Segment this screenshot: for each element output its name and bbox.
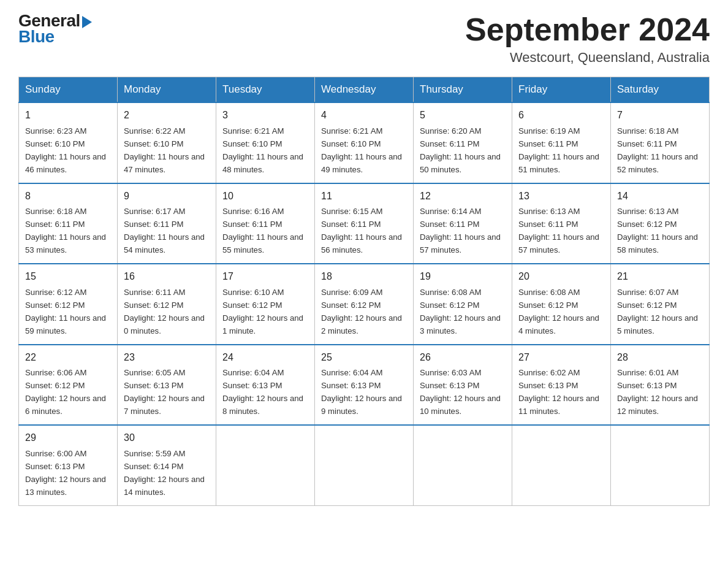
day-number: 26 bbox=[420, 350, 506, 366]
day-info: Sunrise: 6:17 AMSunset: 6:11 PMDaylight:… bbox=[124, 207, 205, 255]
day-info: Sunrise: 6:01 AMSunset: 6:13 PMDaylight:… bbox=[617, 368, 698, 416]
day-info: Sunrise: 6:15 AMSunset: 6:11 PMDaylight:… bbox=[321, 207, 402, 255]
day-number: 6 bbox=[518, 108, 604, 123]
day-number: 30 bbox=[124, 431, 210, 446]
calendar-cell: 7Sunrise: 6:18 AMSunset: 6:11 PMDaylight… bbox=[611, 102, 710, 183]
calendar-cell: 11Sunrise: 6:15 AMSunset: 6:11 PMDayligh… bbox=[315, 183, 414, 264]
calendar-cell: 20Sunrise: 6:08 AMSunset: 6:12 PMDayligh… bbox=[512, 264, 611, 344]
calendar-cell: 3Sunrise: 6:21 AMSunset: 6:10 PMDaylight… bbox=[216, 102, 315, 183]
day-number: 18 bbox=[321, 269, 407, 285]
day-number: 2 bbox=[124, 108, 210, 123]
day-number: 21 bbox=[617, 269, 703, 285]
calendar-week-row: 29Sunrise: 6:00 AMSunset: 6:13 PMDayligh… bbox=[19, 425, 710, 505]
calendar-header-sunday: Sunday bbox=[19, 77, 118, 103]
day-number: 16 bbox=[124, 269, 210, 285]
calendar-cell: 17Sunrise: 6:10 AMSunset: 6:12 PMDayligh… bbox=[216, 264, 315, 344]
calendar-header-wednesday: Wednesday bbox=[315, 77, 414, 103]
day-info: Sunrise: 6:19 AMSunset: 6:11 PMDaylight:… bbox=[518, 126, 599, 174]
calendar-cell: 24Sunrise: 6:04 AMSunset: 6:13 PMDayligh… bbox=[216, 345, 315, 425]
calendar-week-row: 15Sunrise: 6:12 AMSunset: 6:12 PMDayligh… bbox=[19, 264, 710, 344]
calendar-week-row: 22Sunrise: 6:06 AMSunset: 6:12 PMDayligh… bbox=[19, 345, 710, 425]
day-number: 10 bbox=[222, 189, 308, 204]
main-title: September 2024 bbox=[465, 12, 710, 47]
calendar-cell bbox=[512, 425, 611, 505]
day-number: 28 bbox=[617, 350, 703, 366]
title-area: September 2024 Westcourt, Queensland, Au… bbox=[465, 12, 710, 66]
subtitle: Westcourt, Queensland, Australia bbox=[465, 50, 710, 66]
day-number: 25 bbox=[321, 350, 407, 366]
day-number: 7 bbox=[617, 108, 703, 123]
day-number: 29 bbox=[25, 431, 111, 446]
day-number: 13 bbox=[518, 189, 604, 204]
day-number: 14 bbox=[617, 189, 703, 204]
day-info: Sunrise: 6:00 AMSunset: 6:13 PMDaylight:… bbox=[25, 449, 106, 497]
calendar-cell bbox=[216, 425, 315, 505]
calendar-cell: 9Sunrise: 6:17 AMSunset: 6:11 PMDaylight… bbox=[118, 183, 216, 264]
logo: General Blue bbox=[18, 12, 92, 47]
calendar-cell: 21Sunrise: 6:07 AMSunset: 6:12 PMDayligh… bbox=[611, 264, 710, 344]
day-info: Sunrise: 6:18 AMSunset: 6:11 PMDaylight:… bbox=[617, 126, 698, 174]
day-number: 5 bbox=[420, 108, 506, 123]
calendar-cell: 22Sunrise: 6:06 AMSunset: 6:12 PMDayligh… bbox=[19, 345, 118, 425]
calendar-cell: 13Sunrise: 6:13 AMSunset: 6:11 PMDayligh… bbox=[512, 183, 611, 264]
day-info: Sunrise: 6:08 AMSunset: 6:12 PMDaylight:… bbox=[518, 288, 599, 335]
day-number: 15 bbox=[25, 269, 111, 285]
calendar-header-tuesday: Tuesday bbox=[216, 77, 315, 103]
logo-arrow-icon bbox=[82, 16, 92, 28]
day-info: Sunrise: 6:06 AMSunset: 6:12 PMDaylight:… bbox=[25, 368, 106, 416]
calendar-cell: 30Sunrise: 5:59 AMSunset: 6:14 PMDayligh… bbox=[118, 425, 216, 505]
calendar-header-row: SundayMondayTuesdayWednesdayThursdayFrid… bbox=[19, 77, 710, 103]
day-number: 22 bbox=[25, 350, 111, 366]
day-number: 11 bbox=[321, 189, 407, 204]
calendar-cell: 5Sunrise: 6:20 AMSunset: 6:11 PMDaylight… bbox=[414, 102, 512, 183]
day-number: 19 bbox=[420, 269, 506, 285]
calendar-cell: 8Sunrise: 6:18 AMSunset: 6:11 PMDaylight… bbox=[19, 183, 118, 264]
day-info: Sunrise: 6:16 AMSunset: 6:11 PMDaylight:… bbox=[222, 207, 303, 255]
calendar-cell: 19Sunrise: 6:08 AMSunset: 6:12 PMDayligh… bbox=[414, 264, 512, 344]
calendar-cell: 10Sunrise: 6:16 AMSunset: 6:11 PMDayligh… bbox=[216, 183, 315, 264]
day-info: Sunrise: 6:18 AMSunset: 6:11 PMDaylight:… bbox=[25, 207, 106, 255]
day-info: Sunrise: 6:20 AMSunset: 6:11 PMDaylight:… bbox=[420, 126, 501, 174]
day-info: Sunrise: 6:03 AMSunset: 6:13 PMDaylight:… bbox=[420, 368, 501, 416]
day-number: 1 bbox=[25, 108, 111, 123]
day-number: 24 bbox=[222, 350, 308, 366]
calendar-cell: 23Sunrise: 6:05 AMSunset: 6:13 PMDayligh… bbox=[118, 345, 216, 425]
calendar-cell: 25Sunrise: 6:04 AMSunset: 6:13 PMDayligh… bbox=[315, 345, 414, 425]
calendar-header-monday: Monday bbox=[118, 77, 216, 103]
calendar-header-saturday: Saturday bbox=[611, 77, 710, 103]
day-info: Sunrise: 6:02 AMSunset: 6:13 PMDaylight:… bbox=[518, 368, 599, 416]
calendar-cell: 15Sunrise: 6:12 AMSunset: 6:12 PMDayligh… bbox=[19, 264, 118, 344]
calendar-cell bbox=[414, 425, 512, 505]
calendar-cell: 26Sunrise: 6:03 AMSunset: 6:13 PMDayligh… bbox=[414, 345, 512, 425]
calendar-cell: 14Sunrise: 6:13 AMSunset: 6:12 PMDayligh… bbox=[611, 183, 710, 264]
day-info: Sunrise: 6:10 AMSunset: 6:12 PMDaylight:… bbox=[222, 288, 303, 335]
day-number: 27 bbox=[518, 350, 604, 366]
day-number: 9 bbox=[124, 189, 210, 204]
day-info: Sunrise: 6:14 AMSunset: 6:11 PMDaylight:… bbox=[420, 207, 501, 255]
day-info: Sunrise: 6:21 AMSunset: 6:10 PMDaylight:… bbox=[321, 126, 402, 174]
day-info: Sunrise: 5:59 AMSunset: 6:14 PMDaylight:… bbox=[124, 449, 205, 497]
day-number: 4 bbox=[321, 108, 407, 123]
day-info: Sunrise: 6:11 AMSunset: 6:12 PMDaylight:… bbox=[124, 288, 205, 335]
calendar-cell: 12Sunrise: 6:14 AMSunset: 6:11 PMDayligh… bbox=[414, 183, 512, 264]
calendar-cell: 28Sunrise: 6:01 AMSunset: 6:13 PMDayligh… bbox=[611, 345, 710, 425]
calendar-table: SundayMondayTuesdayWednesdayThursdayFrid… bbox=[18, 77, 710, 505]
calendar-cell: 18Sunrise: 6:09 AMSunset: 6:12 PMDayligh… bbox=[315, 264, 414, 344]
day-info: Sunrise: 6:13 AMSunset: 6:12 PMDaylight:… bbox=[617, 207, 698, 255]
day-number: 23 bbox=[124, 350, 210, 366]
day-number: 20 bbox=[518, 269, 604, 285]
logo-blue-text: Blue bbox=[18, 27, 55, 47]
calendar-cell: 29Sunrise: 6:00 AMSunset: 6:13 PMDayligh… bbox=[19, 425, 118, 505]
calendar-cell bbox=[315, 425, 414, 505]
calendar-cell: 2Sunrise: 6:22 AMSunset: 6:10 PMDaylight… bbox=[118, 102, 216, 183]
day-number: 8 bbox=[25, 189, 111, 204]
day-info: Sunrise: 6:12 AMSunset: 6:12 PMDaylight:… bbox=[25, 288, 106, 335]
day-info: Sunrise: 6:04 AMSunset: 6:13 PMDaylight:… bbox=[321, 368, 402, 416]
day-info: Sunrise: 6:05 AMSunset: 6:13 PMDaylight:… bbox=[124, 368, 205, 416]
calendar-cell: 1Sunrise: 6:23 AMSunset: 6:10 PMDaylight… bbox=[19, 102, 118, 183]
calendar-cell: 16Sunrise: 6:11 AMSunset: 6:12 PMDayligh… bbox=[118, 264, 216, 344]
calendar-cell: 27Sunrise: 6:02 AMSunset: 6:13 PMDayligh… bbox=[512, 345, 611, 425]
calendar-week-row: 8Sunrise: 6:18 AMSunset: 6:11 PMDaylight… bbox=[19, 183, 710, 264]
calendar-cell: 6Sunrise: 6:19 AMSunset: 6:11 PMDaylight… bbox=[512, 102, 611, 183]
calendar-cell bbox=[611, 425, 710, 505]
